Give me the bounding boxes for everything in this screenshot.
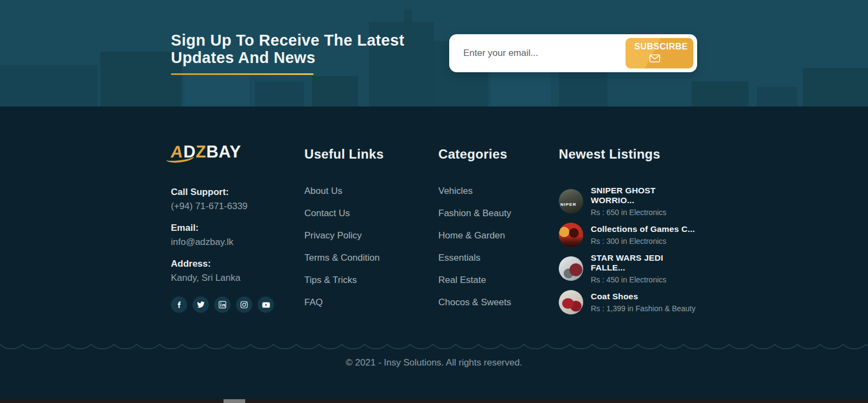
- logo-letter-z: Z: [196, 142, 206, 161]
- copyright-text: © 2021 - Insy Solutions. All rights rese…: [0, 357, 868, 368]
- newsletter-heading-line1: Sign Up To Receive The Latest: [171, 32, 404, 49]
- call-support-label: Call Support:: [171, 187, 304, 198]
- link-privacy-policy[interactable]: Privacy Policy: [304, 230, 438, 241]
- newest-listings-heading: Newest Listings: [559, 148, 697, 161]
- category-chocos-sweets[interactable]: Chocos & Sweets: [438, 297, 559, 308]
- link-about-us[interactable]: About Us: [304, 186, 438, 197]
- listing-item[interactable]: NIPER SNIPER GHOST WORRIO... Rs : 650 in…: [559, 186, 697, 217]
- linkedin-icon: [219, 301, 226, 308]
- category-fashion-beauty[interactable]: Fashion & Beauty: [438, 208, 559, 219]
- category-essentials[interactable]: Essentials: [438, 253, 559, 263]
- newest-listings-column: Newest Listings NIPER SNIPER GHOST WORRI…: [559, 141, 697, 320]
- categories-column: Categories Vehicles Fashion & Beauty Hom…: [438, 141, 559, 320]
- newsletter-banner: Sign Up To Receive The Latest Updates An…: [0, 0, 868, 106]
- link-terms-condition[interactable]: Terms & Condition: [304, 253, 438, 263]
- youtube-icon: [262, 302, 270, 308]
- useful-links-column: Useful Links About Us Contact Us Privacy…: [304, 141, 438, 320]
- category-real-estate[interactable]: Real Estate: [438, 275, 559, 286]
- footer-brand-column: ADZBAY Call Support: (+94) 71-671-6339 E…: [171, 141, 304, 320]
- red-shoes-thumbnail: [559, 290, 583, 314]
- logo-swoosh: [165, 152, 195, 164]
- category-vehicles[interactable]: Vehicles: [438, 186, 559, 197]
- star-wars-game-thumbnail: [559, 256, 583, 281]
- email-input[interactable]: [449, 34, 626, 72]
- listing-title: Collections of Games C...: [591, 224, 695, 234]
- listing-price: Rs : 450 in Electronics: [591, 275, 697, 284]
- listing-item[interactable]: STAR WARS JEDI FALLE... Rs : 450 in Elec…: [559, 253, 697, 284]
- logo-letters-bay: BAY: [206, 142, 241, 161]
- link-faq[interactable]: FAQ: [304, 297, 438, 308]
- listing-title: STAR WARS JEDI FALLE...: [591, 253, 697, 273]
- newsletter-heading: Sign Up To Receive The Latest Updates An…: [171, 32, 404, 66]
- category-home-garden[interactable]: Home & Garden: [438, 230, 559, 241]
- adzbay-logo[interactable]: ADZBAY: [171, 141, 241, 163]
- horizontal-scrollbar-thumb[interactable]: [224, 399, 245, 403]
- email-label: Email:: [171, 223, 304, 234]
- newsletter-heading-line2: Updates And News: [171, 49, 315, 66]
- thumbnail-text: NIPER: [560, 202, 576, 207]
- sniper-game-thumbnail: NIPER: [559, 189, 583, 213]
- call-support-block: Call Support: (+94) 71-671-6339: [171, 187, 304, 212]
- horizontal-scrollbar[interactable]: [0, 399, 868, 403]
- heading-underline: [171, 73, 314, 75]
- youtube-link[interactable]: [258, 297, 274, 313]
- address-block: Address: Kandy, Sri Lanka: [171, 259, 304, 284]
- games-collection-thumbnail: [559, 223, 583, 247]
- subscribe-button-label: SUBSCIRBE: [634, 42, 688, 52]
- listing-item[interactable]: Collections of Games C... Rs : 300 in El…: [559, 223, 697, 247]
- twitter-icon: [197, 301, 205, 308]
- listing-price: Rs : 300 in Electronics: [591, 237, 695, 245]
- facebook-link[interactable]: [171, 297, 187, 313]
- listing-price: Rs : 1,399 in Fashion & Beauty: [591, 304, 695, 313]
- instagram-icon: [240, 301, 248, 308]
- linkedin-link[interactable]: [214, 297, 231, 313]
- newsletter-heading-block: Sign Up To Receive The Latest Updates An…: [171, 32, 404, 75]
- listing-price: Rs : 650 in Electronics: [591, 208, 697, 217]
- support-email-address[interactable]: info@adzbay.lk: [171, 237, 304, 248]
- listing-item[interactable]: Coat Shoes Rs : 1,399 in Fashion & Beaut…: [559, 290, 697, 314]
- link-tips-tricks[interactable]: Tips & Tricks: [304, 275, 438, 286]
- newsletter-form: SUBSCIRBE: [449, 34, 697, 72]
- listing-title: Coat Shoes: [591, 292, 695, 301]
- address-label: Address:: [171, 259, 304, 269]
- site-footer: ADZBAY Call Support: (+94) 71-671-6339 E…: [0, 106, 868, 403]
- listing-title: SNIPER GHOST WORRIO...: [591, 186, 697, 205]
- useful-links-heading: Useful Links: [304, 148, 438, 161]
- email-block: Email: info@adzbay.lk: [171, 223, 304, 248]
- categories-heading: Categories: [438, 148, 559, 161]
- twitter-link[interactable]: [193, 297, 209, 313]
- wave-divider: [0, 342, 868, 351]
- subscribe-button[interactable]: SUBSCIRBE: [626, 38, 693, 68]
- facebook-icon: [175, 301, 183, 308]
- link-contact-us[interactable]: Contact Us: [304, 208, 438, 219]
- envelope-icon: [649, 54, 660, 64]
- address-value: Kandy, Sri Lanka: [171, 273, 304, 284]
- social-links-row: [171, 297, 304, 313]
- support-phone-number[interactable]: (+94) 71-671-6339: [171, 201, 304, 212]
- instagram-link[interactable]: [236, 297, 252, 313]
